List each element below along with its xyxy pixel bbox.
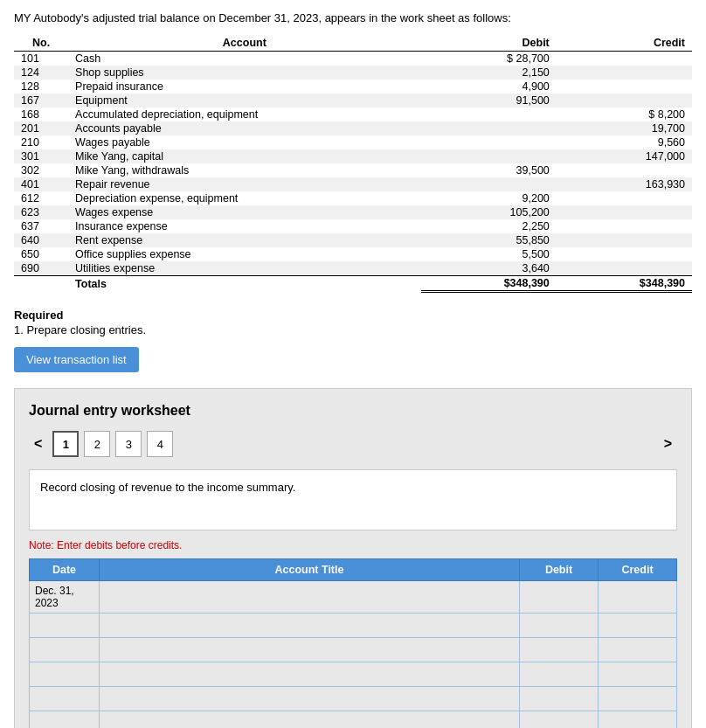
journal-account-cell[interactable]: [100, 614, 520, 638]
journal-debit-cell[interactable]: [520, 581, 599, 614]
view-transaction-list-button[interactable]: View transaction list: [14, 347, 139, 372]
journal-credit-cell[interactable]: [599, 687, 677, 711]
row-credit: [557, 247, 692, 261]
journal-table: Date Account Title Debit Credit Dec. 31,…: [29, 558, 677, 728]
instruction-box: Record closing of revenue to the income …: [29, 469, 677, 530]
trial-balance-row: 650 Office supplies expense 5,500: [14, 247, 692, 261]
journal-debit-cell[interactable]: [520, 638, 599, 662]
row-credit: [557, 52, 692, 66]
totals-label: Totals: [68, 276, 421, 292]
journal-debit-cell[interactable]: [520, 687, 599, 711]
page-navigation: < 1 2 3 4 >: [29, 431, 677, 457]
journal-credit-input[interactable]: [599, 614, 676, 637]
th-debit: Debit: [421, 35, 557, 52]
row-debit: 91,500: [421, 94, 557, 107]
journal-credit-cell[interactable]: [599, 662, 677, 687]
trial-balance-row: 301 Mike Yang, capital 147,000: [14, 149, 692, 163]
journal-credit-input[interactable]: [599, 581, 676, 613]
journal-account-input[interactable]: [100, 711, 519, 728]
journal-debit-input[interactable]: [520, 614, 598, 637]
journal-debit-input[interactable]: [520, 638, 598, 662]
trial-balance-table: No. Account Debit Credit 101 Cash $ 28,7…: [14, 35, 692, 293]
journal-th-debit: Debit: [520, 559, 599, 581]
journal-title: Journal entry worksheet: [29, 403, 677, 419]
journal-account-input[interactable]: [100, 614, 519, 637]
journal-section: Journal entry worksheet < 1 2 3 4 > Reco…: [14, 388, 692, 728]
page-4-button[interactable]: 4: [147, 431, 173, 457]
trial-balance-row: 623 Wages expense 105,200: [14, 205, 692, 219]
page-2-button[interactable]: 2: [84, 431, 110, 457]
row-no: 690: [14, 261, 68, 276]
row-no: 201: [14, 121, 68, 135]
row-account: Repair revenue: [68, 177, 421, 191]
row-debit: [421, 107, 557, 121]
journal-debit-cell[interactable]: [520, 662, 599, 687]
journal-debit-input[interactable]: [520, 711, 598, 728]
row-no: 128: [14, 80, 68, 94]
journal-debit-input[interactable]: [520, 687, 598, 711]
journal-date-empty: [30, 614, 100, 638]
journal-debit-cell[interactable]: [520, 614, 599, 638]
page-3-button[interactable]: 3: [115, 431, 142, 457]
journal-credit-input[interactable]: [599, 638, 676, 662]
journal-account-cell[interactable]: [100, 638, 520, 662]
row-debit: 4,900: [421, 80, 557, 94]
journal-date-empty: [30, 638, 100, 662]
row-account: Equipment: [68, 94, 421, 107]
journal-credit-input[interactable]: [599, 711, 676, 728]
journal-credit-cell[interactable]: [599, 581, 677, 614]
journal-debit-cell[interactable]: [520, 711, 599, 728]
journal-account-cell[interactable]: [100, 662, 520, 687]
trial-balance-row: 168 Accumulated depreciation, equipment …: [14, 107, 692, 121]
journal-account-cell[interactable]: [100, 711, 520, 728]
journal-th-account: Account Title: [100, 559, 520, 581]
journal-debit-input[interactable]: [520, 581, 598, 613]
row-debit: 3,640: [421, 261, 557, 276]
row-debit: 2,250: [421, 219, 557, 233]
journal-account-cell[interactable]: [100, 581, 520, 614]
journal-account-input[interactable]: [100, 662, 519, 686]
row-no: 101: [14, 52, 68, 66]
journal-credit-cell[interactable]: [599, 711, 677, 728]
trial-balance-row: 201 Accounts payable 19,700: [14, 121, 692, 135]
row-debit: 5,500: [421, 247, 557, 261]
row-debit: [421, 177, 557, 191]
row-account: Depreciation expense, equipment: [68, 191, 421, 205]
trial-balance-row: 612 Depreciation expense, equipment 9,20…: [14, 191, 692, 205]
journal-row: [30, 662, 677, 687]
journal-account-input[interactable]: [100, 638, 519, 662]
journal-credit-input[interactable]: [599, 687, 676, 711]
nav-right-button[interactable]: >: [659, 434, 677, 454]
row-credit: [557, 205, 692, 219]
journal-account-cell[interactable]: [100, 687, 520, 711]
row-account: Mike Yang, capital: [68, 149, 421, 163]
journal-account-input[interactable]: [100, 581, 519, 613]
row-debit: 105,200: [421, 205, 557, 219]
journal-date-empty: [30, 711, 100, 728]
journal-th-credit: Credit: [599, 559, 677, 581]
row-no: 623: [14, 205, 68, 219]
row-credit: [557, 191, 692, 205]
row-debit: 55,850: [421, 233, 557, 247]
nav-left-button[interactable]: <: [29, 434, 47, 454]
trial-balance-row: 690 Utilities expense 3,640: [14, 261, 692, 276]
required-section: Required 1. Prepare closing entries.: [14, 309, 692, 336]
totals-debit: $348,390: [421, 276, 557, 292]
row-no: 640: [14, 233, 68, 247]
row-account: Cash: [68, 52, 421, 66]
th-account: Account: [68, 35, 421, 52]
journal-credit-cell[interactable]: [599, 614, 677, 638]
row-debit: $ 28,700: [421, 52, 557, 66]
trial-balance-row: 167 Equipment 91,500: [14, 94, 692, 107]
journal-debit-input[interactable]: [520, 662, 598, 686]
journal-account-input[interactable]: [100, 687, 519, 711]
th-no: No.: [14, 35, 68, 52]
journal-credit-cell[interactable]: [599, 638, 677, 662]
row-debit: 39,500: [421, 163, 557, 177]
row-account: Mike Yang, withdrawals: [68, 163, 421, 177]
journal-credit-input[interactable]: [599, 662, 676, 686]
row-credit: 163,930: [557, 177, 692, 191]
row-credit: 19,700: [557, 121, 692, 135]
page-1-button[interactable]: 1: [52, 431, 79, 457]
trial-balance-row: 640 Rent expense 55,850: [14, 233, 692, 247]
